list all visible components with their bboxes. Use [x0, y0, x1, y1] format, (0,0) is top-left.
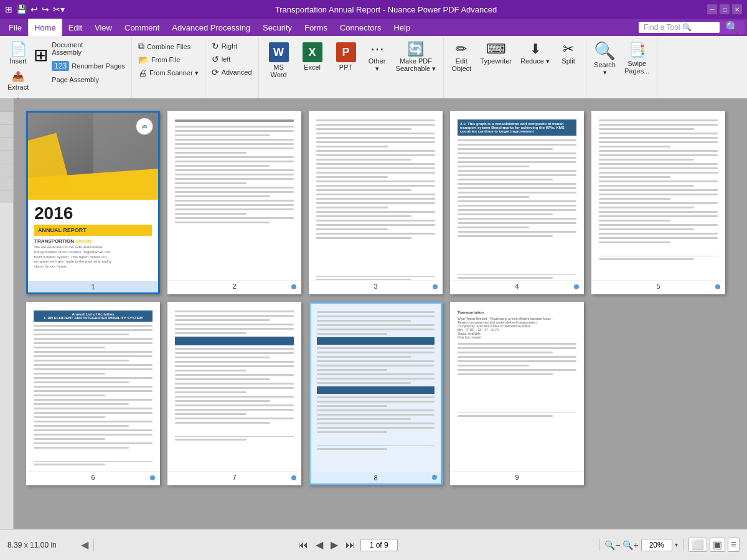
- page-num-2: 2: [169, 280, 300, 292]
- left-tab-4[interactable]: [0, 138, 13, 151]
- zoom-out-button[interactable]: 🔍−: [604, 540, 620, 550]
- zoom-in-button[interactable]: 🔍+: [622, 540, 638, 550]
- two-page-view-button[interactable]: ▣: [710, 538, 725, 552]
- renumber-label: Renumber Pages: [72, 62, 125, 70]
- page-grid-icon[interactable]: ⊞: [34, 45, 48, 65]
- redo-icon[interactable]: ↪: [42, 4, 49, 14]
- menu-edit[interactable]: Edit: [62, 19, 88, 36]
- next-page-button[interactable]: ▶: [328, 538, 341, 552]
- document-assembly-button[interactable]: DocumentAssembly: [49, 40, 128, 57]
- left-tab-7[interactable]: [0, 177, 13, 190]
- advanced-rotate-button[interactable]: ⟳ Advanced: [209, 66, 255, 78]
- create-col: ⧉ Combine Files 📂 From File 🖨 From Scann…: [136, 40, 201, 79]
- zoom-value[interactable]: 20%: [641, 539, 672, 551]
- edit-object-button[interactable]: ✏ EditObject: [448, 40, 475, 75]
- split-label: Split: [561, 57, 575, 65]
- combine-files-icon: ⧉: [138, 41, 144, 52]
- left-tab-2[interactable]: [0, 111, 13, 124]
- last-page-button[interactable]: ⏭: [343, 538, 358, 552]
- insert-label: Insert: [9, 57, 27, 65]
- page-thumb-9[interactable]: Transportation What Report Needed – Road…: [450, 302, 584, 485]
- menu-home[interactable]: Home: [28, 19, 62, 36]
- menu-connectors[interactable]: Connectors: [334, 19, 387, 36]
- rotate-right-button[interactable]: ↻ Right: [209, 40, 255, 52]
- menu-comment[interactable]: Comment: [118, 19, 166, 36]
- page8-blue-bar2: [317, 386, 435, 394]
- reduce-icon: ⬇: [530, 42, 541, 56]
- search-button[interactable]: 🔍 Search▾: [590, 40, 619, 79]
- swipe-pages-button[interactable]: 📑 SwipePages...: [621, 40, 653, 77]
- text-page-3: [310, 112, 441, 280]
- rotate-left-button[interactable]: ↺ left: [209, 53, 255, 65]
- page-dot-3: [433, 284, 438, 289]
- menu-view[interactable]: View: [88, 19, 118, 36]
- typewriter-label: Typewriter: [480, 57, 512, 65]
- text-page-5: [593, 112, 724, 280]
- search-icon: 🔍: [594, 42, 616, 60]
- ppt-label: PPT: [339, 63, 352, 71]
- page6-header: Annual List of Activities1. AN EFFICIENT…: [34, 310, 153, 322]
- from-scanner-button[interactable]: 🖨 From Scanner ▾: [136, 67, 201, 79]
- page-thumb-1[interactable]: 🚌 2016 ANNUAL REPORT TRANSPORTION UNION …: [26, 111, 160, 294]
- other-button[interactable]: ⋯ Other▾: [364, 40, 391, 75]
- search-icon-button[interactable]: 🔍: [720, 21, 745, 34]
- renumber-pages-button[interactable]: 123 Renumber Pages: [49, 60, 128, 72]
- combine-files-label: Combine Files: [147, 43, 190, 50]
- left-tab-8[interactable]: [0, 190, 13, 203]
- page-thumb-6[interactable]: Annual List of Activities1. AN EFFICIENT…: [26, 302, 160, 485]
- make-pdf-button[interactable]: 🔄 Make PDFSearchable ▾: [392, 40, 440, 75]
- combine-files-button[interactable]: ⧉ Combine Files: [136, 40, 201, 53]
- ms-word-icon: W: [269, 42, 289, 62]
- left-tab-3[interactable]: [0, 124, 13, 138]
- page7-blue-bar: [175, 337, 294, 345]
- left-tab-5[interactable]: [0, 151, 13, 164]
- page-num-5: 5: [593, 280, 724, 292]
- text-page-7: [169, 303, 300, 471]
- page-grid: 🚌 2016 ANNUAL REPORT TRANSPORTION UNION …: [26, 111, 735, 498]
- customize-icon[interactable]: ✂▾: [53, 4, 65, 14]
- close-button[interactable]: ✕: [732, 4, 742, 14]
- ms-word-button[interactable]: W MSWord: [263, 40, 295, 81]
- page-thumb-4[interactable]: 2.1: This graph is a consolidation and c…: [450, 111, 584, 294]
- left-panel: [0, 98, 14, 529]
- reduce-button[interactable]: ⬇ Reduce ▾: [517, 40, 553, 68]
- ppt-button[interactable]: P PPT: [330, 40, 362, 73]
- insert-button[interactable]: 📄 Insert: [4, 40, 32, 67]
- document-title: Transportation Annual Report - Nuance Po…: [65, 5, 707, 14]
- split-button[interactable]: ✂ Split: [555, 40, 582, 67]
- from-file-button[interactable]: 📂 From File: [136, 54, 201, 66]
- typewriter-button[interactable]: ⌨ Typewriter: [476, 40, 515, 67]
- left-tab-1[interactable]: [0, 98, 13, 111]
- maximize-button[interactable]: □: [720, 4, 730, 14]
- zoom-dropdown[interactable]: ▾: [675, 541, 678, 548]
- page-thumb-2[interactable]: 2: [167, 111, 301, 294]
- menu-help[interactable]: Help: [387, 19, 416, 36]
- find-tool-box[interactable]: Find a Tool 🔍: [639, 22, 720, 33]
- page-assembly-button[interactable]: Page Assembly: [49, 75, 128, 85]
- save-icon[interactable]: 💾: [16, 4, 27, 14]
- extract-button[interactable]: 📤 Extract: [4, 68, 32, 93]
- find-tool-label: Find a Tool: [644, 23, 680, 32]
- menu-file[interactable]: File: [2, 19, 28, 36]
- continuous-view-button[interactable]: ≡: [728, 538, 740, 552]
- page-thumb-3[interactable]: 3: [309, 111, 443, 294]
- page-thumb-3-inner: [310, 112, 441, 280]
- excel-button[interactable]: X Excel: [296, 40, 329, 73]
- page-thumb-8[interactable]: 8: [309, 302, 443, 485]
- cover-year: 2016: [34, 205, 152, 222]
- page-thumb-7[interactable]: 7: [167, 302, 301, 485]
- single-page-view-button[interactable]: ⬜: [688, 538, 707, 552]
- page-indicator[interactable]: 1 of 9: [360, 539, 398, 551]
- minimize-button[interactable]: ─: [707, 4, 717, 14]
- left-tab-6[interactable]: [0, 164, 13, 177]
- menu-advanced-processing[interactable]: Advanced Processing: [166, 19, 256, 36]
- prev-page-button[interactable]: ◀: [313, 538, 326, 552]
- page-thumb-5[interactable]: 5: [591, 111, 725, 294]
- page-num-9: 9: [451, 471, 583, 483]
- menu-forms[interactable]: Forms: [298, 19, 334, 36]
- undo-icon[interactable]: ↩: [31, 4, 38, 14]
- panel-toggle[interactable]: ◀: [81, 539, 88, 551]
- menu-security[interactable]: Security: [256, 19, 298, 36]
- first-page-button[interactable]: ⏮: [296, 538, 311, 552]
- swipe-pages-icon: 📑: [629, 42, 646, 58]
